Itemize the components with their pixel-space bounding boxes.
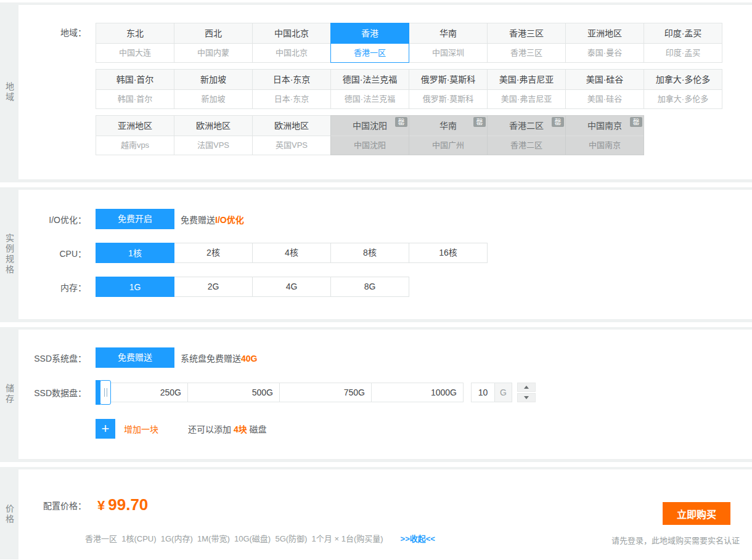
- region-cell-name: 美国·硅谷: [566, 70, 644, 90]
- system-disk-note: 系统盘免费赠送40G: [181, 352, 257, 364]
- region-cell[interactable]: 俄罗斯·莫斯科俄罗斯·莫斯科: [409, 69, 488, 109]
- price-amount: 99.70: [108, 495, 148, 514]
- system-disk-note-prefix: 系统盘免费赠送: [181, 354, 241, 363]
- price-section: 价格 配置价格： ¥ 99.70 香港一区 1核(CPU) 1G(内存) 1M(…: [0, 467, 752, 559]
- instance-spec-section: 实例规格 I/O优化： 免费开启 免费赠送I/O优化 CPU： 1核2核4核8核…: [0, 187, 752, 322]
- region-cell-name: 香港三区: [488, 23, 565, 44]
- region-cell-subname: 中国沈阳: [331, 136, 409, 155]
- region-cell-subname: 美国·硅谷: [566, 90, 644, 108]
- cpu-row: CPU： 1核2核4核8核16核: [18, 243, 752, 263]
- slider-segment[interactable]: 750G: [279, 383, 372, 402]
- region-section: 地域 地域： 东北中国大连西北中国内蒙中国北京中国北京香港香港一区华南中国深圳香…: [0, 2, 752, 182]
- slider-handle[interactable]: [100, 380, 111, 405]
- data-disk-row: SSD数据盘： 250G500G750G1000G G: [18, 383, 752, 402]
- cpu-option[interactable]: 16核: [409, 243, 488, 263]
- region-cell[interactable]: 美国·硅谷美国·硅谷: [565, 69, 644, 109]
- system-disk-label: SSD系统盘：: [18, 352, 86, 364]
- login-required-note: 请先登录，此地域购买需要实名认证: [611, 534, 740, 546]
- region-cell[interactable]: 东北中国大连: [96, 23, 174, 63]
- storage-sidebar: 储存: [0, 330, 18, 459]
- spinner-up-button[interactable]: [517, 383, 536, 392]
- region-cell[interactable]: 韩国·首尔韩国·首尔: [96, 69, 174, 109]
- region-cell[interactable]: 印度·孟买印度·孟买: [644, 23, 722, 63]
- slider-segment[interactable]: 500G: [187, 383, 280, 402]
- region-cell-name: 西北: [174, 23, 252, 44]
- price-value: ¥ 99.70: [97, 495, 148, 514]
- buy-now-button[interactable]: 立即购买: [663, 502, 730, 525]
- server-config-page: 地域 地域： 东北中国大连西北中国内蒙中国北京中国北京香港香港一区华南中国深圳香…: [0, 0, 752, 559]
- region-cell: 香港二区香港二区罄: [487, 115, 566, 155]
- region-cell[interactable]: 欧洲地区英国VPS: [252, 115, 331, 155]
- region-cell-name: 德国·法兰克福: [331, 70, 409, 90]
- system-disk-free-button[interactable]: 免费赠送: [96, 347, 174, 368]
- cpu-option[interactable]: 2核: [174, 243, 253, 263]
- region-cell-subname: 香港一区: [331, 44, 409, 62]
- region-row: 亚洲地区越南vps欧洲地区法国VPS欧洲地区英国VPS中国沈阳中国沈阳罄华南中国…: [96, 115, 722, 155]
- cpu-option[interactable]: 1核: [96, 243, 174, 263]
- slider-grip-icon: [107, 388, 107, 397]
- region-cell[interactable]: 香港三区香港三区: [487, 23, 566, 63]
- memory-options: 1G2G4G8G: [96, 277, 409, 297]
- sold-out-badge: 罄: [552, 117, 564, 127]
- region-cell[interactable]: 欧洲地区法国VPS: [174, 115, 253, 155]
- cpu-option[interactable]: 8核: [330, 243, 409, 263]
- region-cell-subname: 美国·弗吉尼亚: [488, 90, 565, 108]
- region-cell-subname: 俄罗斯·莫斯科: [409, 90, 487, 108]
- region-cell-subname: 越南vps: [96, 136, 174, 155]
- region-cell[interactable]: 德国·法兰克福德国·法兰克福: [330, 69, 409, 109]
- cpu-option[interactable]: 4核: [252, 243, 331, 263]
- disk-size-input[interactable]: [471, 383, 495, 402]
- region-cell[interactable]: 中国北京中国北京: [252, 23, 331, 63]
- region-cell-subname: 香港二区: [488, 136, 565, 155]
- storage-section: 储存 SSD系统盘： 免费赠送 系统盘免费赠送40G SSD数据盘： 250G5…: [0, 327, 752, 462]
- io-optimization-label: I/O优化：: [18, 213, 86, 225]
- region-cell-subname: 印度·孟买: [644, 44, 722, 62]
- config-summary: 香港一区 1核(CPU) 1G(内存) 1M(带宽) 10G(磁盘) 5G(防御…: [85, 532, 383, 544]
- region-cell-subname: 中国深圳: [409, 44, 487, 62]
- collapse-link[interactable]: >>收起<<: [401, 532, 435, 544]
- region-cell-name: 日本·东京: [253, 70, 330, 90]
- region-cell-name: 亚洲地区: [96, 116, 174, 136]
- region-cell[interactable]: 香港香港一区: [330, 23, 409, 63]
- region-cell[interactable]: 美国·弗吉尼亚美国·弗吉尼亚: [487, 69, 566, 109]
- region-cell[interactable]: 华南中国深圳: [409, 23, 488, 63]
- spinner-down-button[interactable]: [517, 393, 536, 402]
- region-cell-name: 加拿大·多伦多: [644, 70, 722, 90]
- memory-option[interactable]: 8G: [330, 277, 409, 297]
- region-cell[interactable]: 日本·东京日本·东京: [252, 69, 331, 109]
- region-cell[interactable]: 亚洲地区越南vps: [96, 115, 174, 155]
- region-label: 地域：: [18, 23, 86, 43]
- region-cell[interactable]: 加拿大·多伦多加拿大·多伦多: [644, 69, 722, 109]
- instance-spec-content: I/O优化： 免费开启 免费赠送I/O优化 CPU： 1核2核4核8核16核 内…: [18, 190, 752, 319]
- add-disk-note-suffix: 磁盘: [247, 424, 267, 434]
- add-disk-button[interactable]: +: [96, 419, 115, 439]
- memory-option[interactable]: 4G: [252, 277, 331, 297]
- price-sidebar: 价格: [0, 469, 18, 559]
- slider-grip-icon: [104, 388, 105, 397]
- add-disk-label[interactable]: 增加一块: [124, 423, 158, 435]
- io-note-prefix: 免费赠送: [181, 215, 215, 225]
- io-free-enable-button[interactable]: 免费开启: [96, 209, 174, 229]
- data-disk-label: SSD数据盘：: [18, 386, 86, 399]
- memory-option[interactable]: 1G: [96, 277, 174, 297]
- io-note: 免费赠送I/O优化: [181, 213, 244, 225]
- sold-out-badge: 罄: [473, 117, 486, 127]
- region-cell[interactable]: 亚洲地区泰国·曼谷: [565, 23, 644, 63]
- region-section-sidebar: 地域: [0, 5, 18, 179]
- storage-sidebar-label: 储存: [3, 384, 15, 405]
- region-cell-subname: 中国广州: [409, 136, 487, 155]
- region-cell[interactable]: 新加坡新加坡: [174, 69, 253, 109]
- region-cell[interactable]: 西北中国内蒙: [174, 23, 253, 63]
- region-cell-name: 欧洲地区: [174, 116, 252, 136]
- memory-option[interactable]: 2G: [174, 277, 253, 297]
- region-section-content: 地域： 东北中国大连西北中国内蒙中国北京中国北京香港香港一区华南中国深圳香港三区…: [18, 5, 752, 179]
- slider-segment[interactable]: 1000G: [371, 383, 464, 402]
- region-grid: 东北中国大连西北中国内蒙中国北京中国北京香港香港一区华南中国深圳香港三区香港三区…: [96, 23, 722, 161]
- region-cell-subname: 中国南京: [566, 136, 644, 155]
- disk-size-spinner: [517, 383, 536, 402]
- region-cell-subname: 中国内蒙: [174, 44, 252, 62]
- region-sidebar-label: 地域: [3, 82, 15, 103]
- price-sidebar-label: 价格: [3, 504, 15, 525]
- region-cell-name: 香港: [331, 23, 409, 44]
- region-cell-name: 印度·孟买: [644, 23, 722, 44]
